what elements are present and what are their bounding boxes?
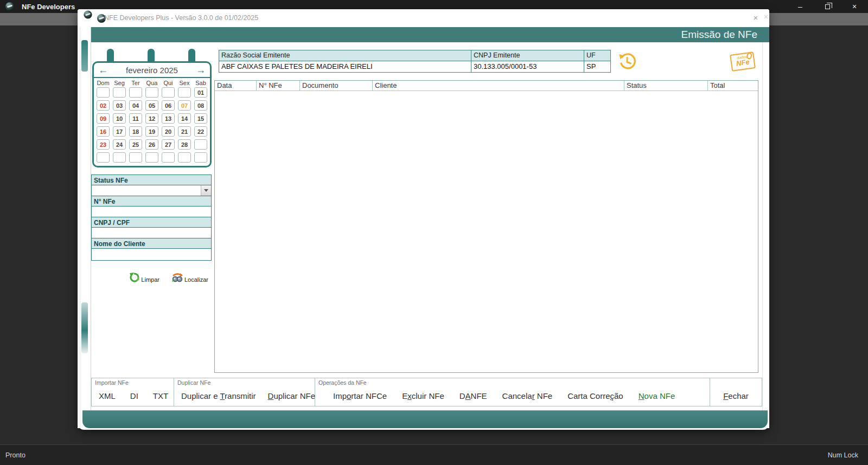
calendar-day[interactable]: 04: [129, 100, 142, 111]
calendar-dayname: Qui: [162, 80, 175, 86]
emitente-uf-header: UF: [584, 50, 611, 61]
calendar-day[interactable]: [129, 152, 142, 163]
calendar-day[interactable]: 09: [97, 113, 110, 124]
txt-button[interactable]: TXT: [153, 391, 168, 401]
calendar-day[interactable]: 18: [129, 126, 142, 137]
inner-close-button[interactable]: ×: [751, 13, 761, 22]
page-title: Emissão de NFe: [82, 27, 769, 42]
nome-cliente-input[interactable]: [91, 248, 212, 261]
group-duplicar-caption: Duplicar NFe: [177, 379, 210, 386]
group-fechar-buttons: Fechar: [710, 386, 762, 406]
label-part: NFe: [535, 391, 553, 401]
status-nfe-select[interactable]: [91, 185, 212, 196]
calendar-day[interactable]: [113, 87, 126, 98]
grid-col-data[interactable]: Data: [215, 81, 257, 91]
grid-col-nfe[interactable]: N° NFe: [257, 81, 300, 91]
duplicar-transmitir-button[interactable]: Duplicar e Transmitir: [181, 391, 256, 401]
calendar-day[interactable]: 01: [194, 87, 207, 98]
status-nfe-label: Status NFe: [91, 175, 212, 185]
calendar-day[interactable]: 14: [178, 113, 191, 124]
dados-nfe-icon: dados NFe: [730, 51, 756, 72]
nova-nfe-button[interactable]: Nova NFe: [639, 391, 675, 401]
calendar-day[interactable]: 20: [162, 126, 175, 137]
grid-col-cliente[interactable]: Cliente: [373, 81, 624, 91]
mdi-close-icon[interactable]: ×: [764, 12, 768, 21]
importar-nfce-button[interactable]: Importar NFCe: [333, 391, 387, 401]
emitente-table: Razão Social Emitente CNPJ Emitente UF A…: [219, 50, 611, 73]
grid-col-total[interactable]: Total: [708, 81, 758, 91]
calendar-day[interactable]: 13: [162, 113, 175, 124]
decor-line: [80, 27, 80, 428]
cancelar-nfe-button[interactable]: Cancelar NFe: [502, 391, 553, 401]
xml-button[interactable]: XML: [99, 391, 116, 401]
calendar-day[interactable]: 17: [113, 126, 126, 137]
close-button[interactable]: ×: [841, 0, 868, 13]
calendar-day[interactable]: 21: [178, 126, 191, 137]
carta-correcao-button[interactable]: Carta Correção: [567, 391, 623, 401]
calendar-day[interactable]: 02: [97, 100, 110, 111]
calendar-day[interactable]: [162, 152, 175, 163]
calendar-day[interactable]: [145, 152, 158, 163]
calendar-day[interactable]: [194, 139, 207, 150]
calendar-day[interactable]: 19: [145, 126, 158, 137]
calendar-day[interactable]: [113, 152, 126, 163]
calendar-day[interactable]: [162, 87, 175, 98]
calendar-day[interactable]: [194, 152, 207, 163]
calendar-day[interactable]: 27: [162, 139, 175, 150]
corner-logo-icon: [84, 10, 92, 18]
calendar-day[interactable]: [178, 87, 191, 98]
limpar-button[interactable]: Limpar: [129, 272, 159, 283]
calendar-day[interactable]: [145, 87, 158, 98]
dados-nfe-button[interactable]: dados NFe: [730, 50, 758, 72]
localizar-button[interactable]: Localizar: [171, 272, 208, 283]
calendar-day[interactable]: 10: [113, 113, 126, 124]
calendar-day[interactable]: 05: [145, 100, 158, 111]
emitente-razao-value: ABF CAIXAS E PALETES DE MADEIRA EIRELI: [219, 61, 471, 73]
calendar-day[interactable]: 12: [145, 113, 158, 124]
grid-col-documento[interactable]: Documento: [300, 81, 373, 91]
calendar-day[interactable]: 23: [97, 139, 110, 150]
inner-window-title: NFE Developers Plus - Versão 3.0.0 de 01…: [104, 14, 258, 22]
label-part: E: [402, 391, 407, 401]
calendar-day[interactable]: 07: [178, 100, 191, 111]
emitente-razao-header: Razão Social Emitente: [219, 50, 471, 61]
restore-icon: [825, 4, 830, 9]
calendar-day[interactable]: 16: [97, 126, 110, 137]
danfe-button[interactable]: DANFE: [459, 391, 487, 401]
di-button[interactable]: DI: [130, 391, 138, 401]
grid-col-status[interactable]: Status: [624, 81, 708, 91]
calendar-day[interactable]: [178, 152, 191, 163]
excluir-nfe-button[interactable]: Excluir NFe: [402, 391, 444, 401]
restore-button[interactable]: [814, 0, 841, 13]
history-clock-button[interactable]: [617, 52, 637, 72]
calendar-next-button[interactable]: →: [192, 63, 210, 77]
calendar-day[interactable]: [129, 87, 142, 98]
duplicar-nfe-button[interactable]: Duplicar NFe: [268, 391, 316, 401]
nfe-results-grid[interactable]: Data N° NFe Documento Cliente Status Tot…: [214, 80, 758, 373]
calendar-day[interactable]: 25: [129, 139, 142, 150]
calendar-day[interactable]: 06: [162, 100, 175, 111]
combo-dropdown-button[interactable]: [201, 185, 211, 196]
fechar-button[interactable]: Fechar: [723, 391, 749, 401]
grid-body-empty: [215, 91, 758, 373]
calendar-day[interactable]: 24: [113, 139, 126, 150]
calendar-day[interactable]: 03: [113, 100, 126, 111]
label-part: N: [639, 391, 644, 401]
calendar-day[interactable]: 28: [178, 139, 191, 150]
calendar-day[interactable]: 26: [145, 139, 158, 150]
minimize-button[interactable]: –: [787, 0, 814, 13]
group-importar-nfe: Importar NFe XML DI TXT: [92, 378, 174, 406]
numero-nfe-input[interactable]: [91, 206, 212, 217]
label-part: D: [459, 391, 465, 401]
calendar-day[interactable]: [97, 87, 110, 98]
label-part: ova NFe: [644, 391, 675, 401]
calendar-day[interactable]: 08: [194, 100, 207, 111]
filter-actions: Limpar Localizar: [91, 271, 212, 284]
calendar-day[interactable]: [97, 152, 110, 163]
calendar-day[interactable]: 15: [194, 113, 207, 124]
cnpj-cpf-input[interactable]: [91, 227, 212, 238]
group-fechar: Fechar: [710, 378, 762, 406]
calendar-prev-button[interactable]: ←: [94, 63, 112, 77]
calendar-day[interactable]: 11: [129, 113, 142, 124]
calendar-day[interactable]: 22: [194, 126, 207, 137]
